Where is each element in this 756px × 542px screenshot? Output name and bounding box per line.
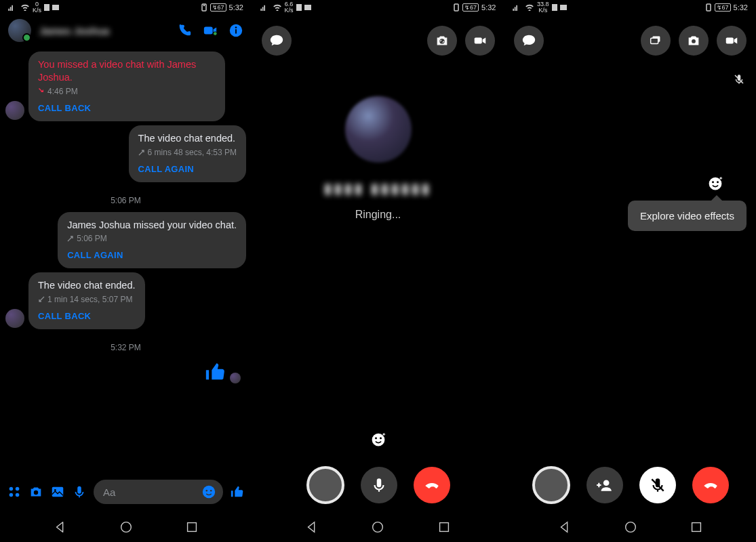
hangup-button[interactable] bbox=[692, 467, 729, 503]
toggle-video-button[interactable] bbox=[717, 26, 747, 56]
contact-avatar[interactable] bbox=[8, 19, 31, 42]
back-icon[interactable] bbox=[557, 520, 572, 535]
svg-point-37 bbox=[692, 39, 696, 43]
apps-icon[interactable] bbox=[7, 484, 22, 499]
message-input[interactable]: Aa bbox=[94, 480, 223, 504]
svg-rect-21 bbox=[187, 523, 196, 532]
composer: Aa bbox=[0, 474, 252, 512]
back-icon[interactable] bbox=[53, 520, 68, 535]
call-back-button[interactable]: CALL BACK bbox=[38, 311, 136, 321]
message-row: The video chat ended. 6 mins 48 secs, 4:… bbox=[5, 125, 246, 182]
svg-point-43 bbox=[717, 181, 719, 183]
svg-point-8 bbox=[235, 26, 237, 28]
status-bar-2: 6.6K/s ↯67 5:32 bbox=[252, 0, 504, 15]
audio-call-icon[interactable] bbox=[177, 23, 192, 38]
svg-rect-38 bbox=[726, 37, 734, 43]
message-bubble[interactable]: The video chat ended. 1 min 14 secs, 5:0… bbox=[28, 272, 145, 329]
status-bar-1: 0K/s ↯67 5:32 bbox=[0, 0, 252, 15]
emoji-icon[interactable] bbox=[201, 484, 216, 499]
effects-tooltip: Explore video effects bbox=[628, 201, 747, 231]
svg-point-20 bbox=[121, 522, 131, 533]
svg-point-17 bbox=[203, 486, 215, 498]
svg-point-9 bbox=[9, 487, 14, 491]
svg-point-26 bbox=[372, 434, 384, 446]
status-time: 5:32 bbox=[229, 3, 243, 12]
avatar-small bbox=[5, 309, 24, 328]
mute-button[interactable] bbox=[639, 467, 676, 503]
toggle-video-button[interactable] bbox=[465, 26, 495, 56]
svg-point-18 bbox=[206, 490, 208, 492]
call-again-button[interactable]: CALL AGAIN bbox=[67, 250, 237, 260]
call-top-bar bbox=[504, 15, 756, 56]
shutter-button[interactable] bbox=[532, 466, 570, 504]
message-bubble[interactable]: You missed a video chat with James Joshu… bbox=[28, 51, 225, 121]
callee-name: ▮▮▮▮ ▮▮▮▮▮▮ bbox=[324, 180, 433, 196]
chat-button[interactable] bbox=[262, 26, 292, 56]
video-call-icon[interactable] bbox=[203, 23, 218, 38]
message-row: The video chat ended. 1 min 14 secs, 5:0… bbox=[5, 272, 246, 329]
avatar-small bbox=[5, 101, 24, 120]
svg-rect-25 bbox=[474, 37, 481, 43]
android-nav-bar bbox=[504, 512, 756, 542]
info-icon[interactable] bbox=[228, 23, 243, 38]
chat-button[interactable] bbox=[514, 26, 544, 56]
call-controls bbox=[252, 466, 504, 504]
android-nav-bar bbox=[252, 512, 504, 542]
svg-rect-36 bbox=[651, 38, 658, 43]
call-active-screen: 33.8K/s ↯67 5:32 Explore vi bbox=[504, 0, 756, 542]
svg-rect-23 bbox=[304, 5, 311, 10]
android-nav-bar bbox=[0, 512, 252, 542]
timestamp-divider: 5:32 PM bbox=[5, 333, 246, 359]
status-bar-3: 33.8K/s ↯67 5:32 bbox=[504, 0, 756, 15]
svg-rect-14 bbox=[52, 487, 64, 497]
svg-point-28 bbox=[379, 437, 381, 439]
home-icon[interactable] bbox=[370, 520, 385, 535]
svg-rect-31 bbox=[439, 523, 448, 532]
message-bubble[interactable]: The video chat ended. 6 mins 48 secs, 4:… bbox=[129, 125, 246, 182]
svg-point-47 bbox=[625, 522, 635, 533]
call-top-bar bbox=[252, 15, 504, 56]
svg-point-11 bbox=[9, 493, 14, 497]
message-row: You missed a video chat with James Joshu… bbox=[5, 51, 246, 121]
call-back-button[interactable]: CALL BACK bbox=[38, 103, 216, 113]
svg-rect-16 bbox=[77, 486, 81, 494]
svg-point-12 bbox=[16, 493, 20, 497]
message-bubble[interactable]: James Joshua missed your video chat. 5:0… bbox=[58, 212, 246, 269]
chat-screen: 0K/s ↯67 5:32 James Joshua You missed a … bbox=[0, 0, 252, 542]
like-button-icon[interactable] bbox=[230, 484, 245, 499]
camera-icon[interactable] bbox=[28, 484, 43, 499]
svg-rect-29 bbox=[376, 478, 381, 487]
svg-point-10 bbox=[16, 487, 20, 491]
mic-icon[interactable] bbox=[72, 484, 87, 499]
add-person-button[interactable] bbox=[586, 467, 623, 503]
svg-point-13 bbox=[34, 491, 38, 495]
placeholder: Aa bbox=[103, 486, 115, 498]
flip-camera-button[interactable] bbox=[679, 26, 709, 56]
recent-apps-icon[interactable] bbox=[689, 520, 704, 535]
hangup-button[interactable] bbox=[414, 467, 450, 503]
mute-button[interactable] bbox=[361, 467, 397, 503]
message-row: James Joshua missed your video chat. 5:0… bbox=[5, 212, 246, 269]
effects-button[interactable] bbox=[369, 430, 388, 449]
recent-apps-icon[interactable] bbox=[184, 520, 199, 535]
contact-name[interactable]: James Joshua bbox=[39, 25, 169, 37]
svg-rect-0 bbox=[44, 4, 49, 11]
shutter-button[interactable] bbox=[306, 466, 344, 504]
recent-apps-icon[interactable] bbox=[437, 520, 452, 535]
effects-button[interactable] bbox=[706, 173, 725, 192]
cast-button[interactable] bbox=[641, 26, 671, 56]
gallery-icon[interactable] bbox=[50, 484, 65, 499]
svg-rect-22 bbox=[296, 4, 302, 11]
timestamp-divider: 5:06 PM bbox=[5, 186, 246, 212]
call-again-button[interactable]: CALL AGAIN bbox=[138, 164, 237, 174]
svg-rect-33 bbox=[560, 5, 567, 10]
back-icon[interactable] bbox=[304, 520, 319, 535]
thumbs-up-icon bbox=[204, 360, 227, 383]
chat-header: James Joshua bbox=[0, 15, 252, 49]
home-icon[interactable] bbox=[623, 520, 638, 535]
svg-rect-1 bbox=[52, 5, 59, 10]
home-icon[interactable] bbox=[119, 520, 134, 535]
callee-avatar bbox=[345, 96, 412, 163]
flip-camera-button[interactable] bbox=[427, 26, 457, 56]
svg-point-27 bbox=[374, 437, 376, 439]
